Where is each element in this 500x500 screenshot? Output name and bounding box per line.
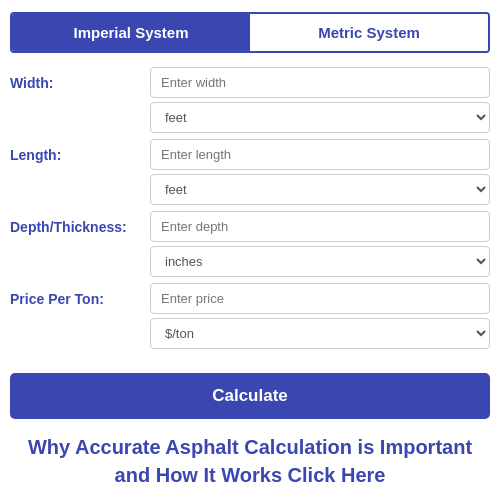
width-row: Width: feet meters yards <box>10 67 490 133</box>
tab-metric[interactable]: Metric System <box>250 14 488 51</box>
cta-link[interactable]: Why Accurate Asphalt Calculation is Impo… <box>28 436 472 486</box>
cta-section[interactable]: Why Accurate Asphalt Calculation is Impo… <box>0 433 500 500</box>
depth-unit-select[interactable]: inches cm mm <box>150 246 490 277</box>
width-label: Width: <box>10 67 150 91</box>
calculate-button[interactable]: Calculate <box>10 373 490 419</box>
tab-bar: Imperial System Metric System <box>10 12 490 53</box>
length-inputs: feet meters yards <box>150 139 490 205</box>
length-row: Length: feet meters yards <box>10 139 490 205</box>
tab-imperial[interactable]: Imperial System <box>12 14 250 51</box>
depth-input[interactable] <box>150 211 490 242</box>
length-input[interactable] <box>150 139 490 170</box>
depth-label: Depth/Thickness: <box>10 211 150 235</box>
width-input[interactable] <box>150 67 490 98</box>
depth-inputs: inches cm mm <box>150 211 490 277</box>
length-label: Length: <box>10 139 150 163</box>
width-inputs: feet meters yards <box>150 67 490 133</box>
price-input[interactable] <box>150 283 490 314</box>
length-unit-select[interactable]: feet meters yards <box>150 174 490 205</box>
price-label: Price Per Ton: <box>10 283 150 307</box>
price-inputs: $/ton €/ton £/ton <box>150 283 490 349</box>
price-row: Price Per Ton: $/ton €/ton £/ton <box>10 283 490 349</box>
depth-row: Depth/Thickness: inches cm mm <box>10 211 490 277</box>
price-unit-select[interactable]: $/ton €/ton £/ton <box>150 318 490 349</box>
form-area: Width: feet meters yards Length: feet me… <box>0 63 500 365</box>
width-unit-select[interactable]: feet meters yards <box>150 102 490 133</box>
